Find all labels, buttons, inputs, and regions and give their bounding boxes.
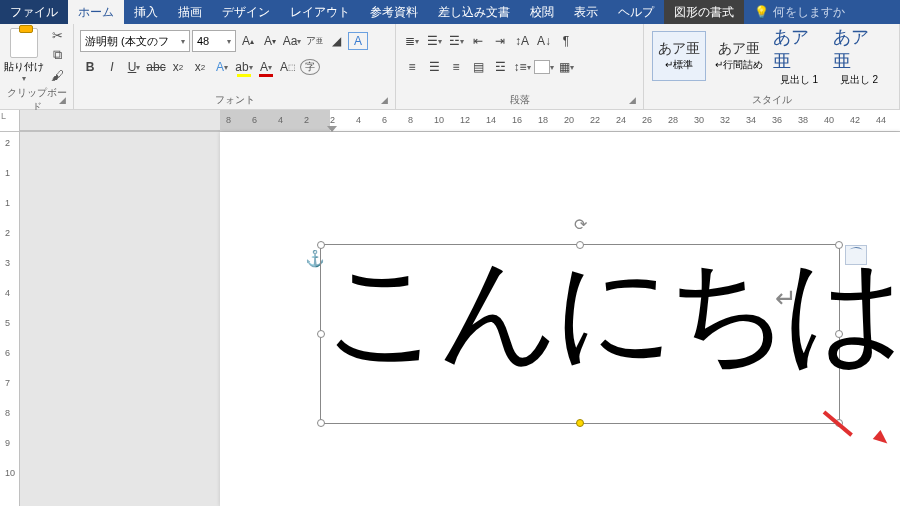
dialog-launcher-icon[interactable]: ◢ <box>629 95 641 107</box>
bulb-icon: 💡 <box>754 5 769 19</box>
enclose-char-button[interactable]: A <box>348 32 368 50</box>
tab-help[interactable]: ヘルプ <box>608 0 664 24</box>
document-page[interactable]: ⚓ ⟳ ⌒ ↵ こんにちは <box>220 132 900 506</box>
subscript-button[interactable]: x2 <box>168 56 188 78</box>
dialog-launcher-icon[interactable]: ◢ <box>59 95 71 107</box>
clear-format-button[interactable]: ◢ <box>326 30 346 52</box>
tab-format[interactable]: 図形の書式 <box>664 0 744 24</box>
tab-reference[interactable]: 参考資料 <box>360 0 428 24</box>
bullets-button[interactable]: ≣▾ <box>402 30 422 52</box>
tab-view[interactable]: 表示 <box>564 0 608 24</box>
resize-handle[interactable] <box>317 241 325 249</box>
font-color-button[interactable]: A▾ <box>256 56 276 78</box>
text-direction-button[interactable]: ↕A <box>512 30 532 52</box>
align-right-button[interactable]: ≡ <box>446 56 466 78</box>
ruler-tick: 26 <box>642 115 652 125</box>
superscript-button[interactable]: x2 <box>190 56 210 78</box>
highlight-button[interactable]: ab▾ <box>234 56 254 78</box>
tab-file[interactable]: ファイル <box>0 0 68 24</box>
ruler-corner: L <box>0 110 20 131</box>
tab-design[interactable]: デザイン <box>212 0 280 24</box>
resize-handle[interactable] <box>317 419 325 427</box>
ruler-tick: 24 <box>616 115 626 125</box>
annotation-arrow <box>824 410 860 414</box>
grow-font-button[interactable]: A▴ <box>238 30 258 52</box>
format-painter-button[interactable]: 🖌 <box>46 66 68 84</box>
chevron-down-icon: ▾ <box>22 74 26 83</box>
show-marks-button[interactable]: ¶ <box>556 30 576 52</box>
layout-options-button[interactable]: ⌒ <box>845 245 867 265</box>
style-normal[interactable]: あア亜 ↵標準 <box>652 31 706 81</box>
char-shading-button[interactable]: A⬚ <box>278 56 298 78</box>
distribute-button[interactable]: ☲ <box>490 56 510 78</box>
multilevel-button[interactable]: ☲▾ <box>446 30 466 52</box>
underline-button[interactable]: U▾ <box>124 56 144 78</box>
numbering-button[interactable]: ☰▾ <box>424 30 444 52</box>
tab-mailings[interactable]: 差し込み文書 <box>428 0 520 24</box>
style-heading2[interactable]: あア亜 見出し 2 <box>832 31 886 81</box>
italic-button[interactable]: I <box>102 56 122 78</box>
enclose-button[interactable]: 字 <box>300 59 320 75</box>
align-left-button[interactable]: ≡ <box>402 56 422 78</box>
ruler-tick: 44 <box>876 115 886 125</box>
font-size-combo[interactable]: 48 ▾ <box>192 30 236 52</box>
text-box[interactable]: ⟳ ⌒ ↵ こんにちは <box>320 244 840 424</box>
ruler-tick: 18 <box>538 115 548 125</box>
tell-me-search[interactable]: 💡 何をしますか <box>744 0 855 24</box>
style-name: 見出し 1 <box>780 73 818 87</box>
ruler-tick: 28 <box>668 115 678 125</box>
copy-button[interactable]: ⧉ <box>46 46 68 64</box>
shrink-font-button[interactable]: A▾ <box>260 30 280 52</box>
text-content[interactable]: こんにちは <box>321 245 839 377</box>
resize-handle[interactable] <box>835 330 843 338</box>
horizontal-ruler[interactable]: L 86422468101214161820222426283032343638… <box>0 110 900 132</box>
ruler-tick: 4 <box>5 288 10 298</box>
bold-button[interactable]: B <box>80 56 100 78</box>
ruler-tick: 10 <box>5 468 15 478</box>
ruler-tick: 2 <box>304 115 309 125</box>
decrease-indent-button[interactable]: ⇤ <box>468 30 488 52</box>
ruler-tick: 20 <box>564 115 574 125</box>
borders-button[interactable]: ▦▾ <box>556 56 576 78</box>
resize-handle[interactable] <box>317 330 325 338</box>
tab-insert[interactable]: 挿入 <box>124 0 168 24</box>
tab-review[interactable]: 校閲 <box>520 0 564 24</box>
strike-button[interactable]: abc <box>146 56 166 78</box>
justify-button[interactable]: ▤ <box>468 56 488 78</box>
align-center-button[interactable]: ☰ <box>424 56 444 78</box>
tab-home[interactable]: ホーム <box>68 0 124 24</box>
shading-button[interactable]: ▾ <box>534 56 554 78</box>
ruler-tick: 22 <box>590 115 600 125</box>
style-nospacing[interactable]: あア亜 ↵行間詰め <box>712 31 766 81</box>
font-name-combo[interactable]: 游明朝 (本文のフ ▾ <box>80 30 190 52</box>
ruler-tick: 8 <box>408 115 413 125</box>
rotate-handle-icon[interactable]: ⟳ <box>574 215 587 234</box>
ruler-tick: 6 <box>382 115 387 125</box>
adjustment-handle[interactable] <box>576 419 584 427</box>
vertical-ruler[interactable]: 2112345678910 <box>0 132 20 506</box>
ruler-tick: 1 <box>5 198 10 208</box>
change-case-button[interactable]: Aa▾ <box>282 30 302 52</box>
line-spacing-button[interactable]: ↕≡▾ <box>512 56 532 78</box>
font-size-value: 48 <box>197 35 209 47</box>
ruler-tick: 16 <box>512 115 522 125</box>
dialog-launcher-icon[interactable]: ◢ <box>381 95 393 107</box>
phonetic-guide-button[interactable]: ア亜 <box>304 30 324 52</box>
resize-handle[interactable] <box>576 241 584 249</box>
increase-indent-button[interactable]: ⇥ <box>490 30 510 52</box>
paste-button[interactable]: 貼り付け ▾ <box>4 26 44 83</box>
group-label-paragraph: 段落 <box>400 91 639 109</box>
sort-button[interactable]: A↓ <box>534 30 554 52</box>
cut-button[interactable]: ✂ <box>46 26 68 44</box>
text-effects-button[interactable]: A▾ <box>212 56 232 78</box>
group-clipboard: 貼り付け ▾ ✂ ⧉ 🖌 クリップボード ◢ <box>0 24 74 109</box>
ruler-tick: 5 <box>5 318 10 328</box>
ruler-tick: 4 <box>356 115 361 125</box>
resize-handle[interactable] <box>835 241 843 249</box>
ruler-tick: 7 <box>5 378 10 388</box>
tab-draw[interactable]: 描画 <box>168 0 212 24</box>
style-heading1[interactable]: あア亜 見出し 1 <box>772 31 826 81</box>
ruler-tick: 9 <box>5 438 10 448</box>
tab-layout[interactable]: レイアウト <box>280 0 360 24</box>
group-label-styles: スタイル <box>648 91 895 109</box>
